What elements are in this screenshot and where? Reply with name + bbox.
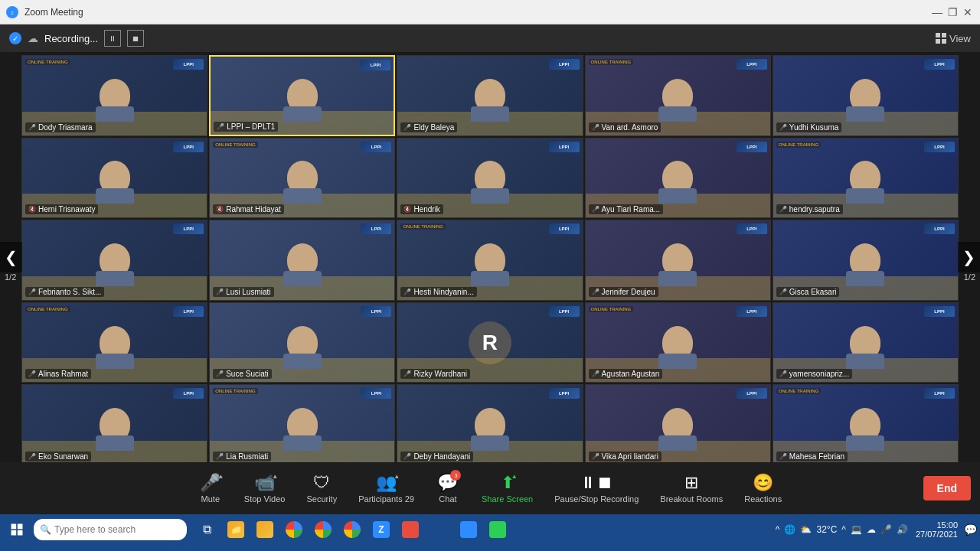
start-button[interactable] xyxy=(3,516,31,543)
lppi-logo: LPPI xyxy=(173,142,204,152)
video-cell[interactable]: LPPI🎤Eko Sunarwan xyxy=(21,384,207,465)
search-input[interactable] xyxy=(54,524,181,535)
share-screen-button[interactable]: ⬆▲ Share Screen xyxy=(471,468,544,508)
participant-name: 🎤Eko Sunarwan xyxy=(25,452,91,461)
view-button[interactable]: View xyxy=(936,33,971,44)
chat-icon: 💬 3 xyxy=(437,473,458,493)
video-cell[interactable]: LPPI🎤Gisca Ekasari xyxy=(773,220,959,301)
file-explorer-icon[interactable]: 📁 xyxy=(222,516,250,543)
reactions-button[interactable]: 😊 Reactions xyxy=(733,468,792,508)
mic2-icon[interactable]: 🎤 xyxy=(879,523,893,536)
video-cell[interactable]: LPPI🎤Jennifer Deujeu xyxy=(585,220,771,301)
share-screen-label: Share Screen xyxy=(482,494,533,504)
app7-icon[interactable] xyxy=(397,516,424,543)
speaker-icon[interactable]: 🔊 xyxy=(895,523,910,536)
video-cell[interactable]: LPPIONLINE TRAINING🎤Agustan Agustan xyxy=(585,302,771,383)
video-cell[interactable]: LPPIONLINE TRAINING🎤Hesti Nindyanin... xyxy=(397,220,583,301)
video-cell[interactable]: LPPI🎤LPPI – DPLT1 xyxy=(209,55,395,136)
participant-name: 🎤Van ard. Asmoro xyxy=(589,122,662,132)
lppi-logo: LPPI xyxy=(737,306,767,317)
video-cell[interactable]: LPPIONLINE TRAINING🎤Mahesa Febrian xyxy=(773,384,959,465)
video-cell[interactable]: LPPIONLINE TRAINING🎤Lia Rusmiati xyxy=(209,384,395,465)
cloud2-icon[interactable]: ☁ xyxy=(865,523,877,536)
recording-text: Recording... xyxy=(44,33,98,44)
notification-icon[interactable]: 💬 xyxy=(964,523,977,536)
zoom-taskbar-icon[interactable]: Z xyxy=(368,516,395,543)
prev-page-button[interactable]: ❮ xyxy=(0,242,22,272)
video-cell[interactable]: LPPI🎤Lusi Lusmiati xyxy=(209,220,395,301)
next-page-button[interactable]: ❯ xyxy=(958,242,980,272)
app8-icon[interactable] xyxy=(426,516,453,543)
video-cell[interactable]: LPPI🎤yamensoniapriz... xyxy=(773,302,959,383)
tray-expand-icon[interactable]: ^ xyxy=(774,523,782,536)
mute-button[interactable]: 🎤▲ Mute xyxy=(188,468,234,508)
video-cell[interactable]: LPPI🎤Eldy Baleya xyxy=(397,55,583,136)
participant-name: 🎤LPPI – DPLT1 xyxy=(214,122,278,132)
participant-name: 🎤Yudhi Kusuma xyxy=(776,122,842,132)
video-cell[interactable]: LPPI🎤Deby Handayani xyxy=(397,384,583,465)
online-badge: ONLINE TRAINING xyxy=(589,59,634,65)
close-button[interactable]: ✕ xyxy=(962,6,974,18)
network-icon[interactable]: 🌐 xyxy=(782,523,797,536)
time-display: 15:00 xyxy=(916,520,958,530)
lppi-logo: LPPI xyxy=(737,223,767,234)
online-badge: ONLINE TRAINING xyxy=(400,223,446,230)
recording-pause-button[interactable]: ⏸ xyxy=(104,30,121,47)
breakout-rooms-button[interactable]: ⊞ Breakout Rooms xyxy=(649,468,733,508)
chrome3-icon[interactable] xyxy=(338,516,366,543)
video-cell[interactable]: LPPIONLINE TRAINING🎤hendry.saputra xyxy=(773,138,959,219)
app9-icon[interactable] xyxy=(455,516,482,543)
app10-icon[interactable] xyxy=(484,516,511,543)
breakout-rooms-label: Breakout Rooms xyxy=(660,494,723,504)
video-cell[interactable]: LPPI🎤Febrianto S. Sikt... xyxy=(21,220,207,301)
svg-text:Z: Z xyxy=(11,10,14,15)
video-cell[interactable]: LPPIONLINE TRAINING🔇Rahmat Hidayat xyxy=(209,138,395,219)
lppi-logo: LPPI xyxy=(173,223,204,234)
end-button[interactable]: End xyxy=(923,476,971,500)
date-display: 27/07/2021 xyxy=(916,530,958,539)
video-cell[interactable]: LPPIONLINE TRAINING🎤Alinas Rahmat xyxy=(21,302,207,383)
minimize-button[interactable]: — xyxy=(931,6,943,18)
chat-button[interactable]: 💬 3 Chat xyxy=(425,468,471,508)
stop-video-button[interactable]: 📹▲ Stop Video xyxy=(234,468,296,508)
clock-display[interactable]: 15:00 27/07/2021 xyxy=(913,520,961,539)
chrome-icon[interactable] xyxy=(280,516,308,543)
page-indicator-left: 1/2 xyxy=(5,272,16,282)
lppi-logo: LPPI xyxy=(360,60,390,70)
online-badge: ONLINE TRAINING xyxy=(25,59,70,65)
participants-button[interactable]: 👥▲ Participants 29 xyxy=(348,468,425,508)
lppi-logo: LPPI xyxy=(173,306,204,317)
pause-recording-button[interactable]: ⏸⏹ Pause/Stop Recording xyxy=(544,468,649,508)
participant-name: 🎤hendry.saputra xyxy=(776,204,843,214)
video-cell[interactable]: LPPIONLINE TRAINING🎤Van ard. Asmoro xyxy=(585,55,771,136)
taskbar: 🔍 ⧉ 📁 Z ^ 🌐 ⛅ 32°C ^ 💻 ☁ 🎤 🔊 15:00 27/07… xyxy=(0,514,980,545)
video-cell[interactable]: LPPI🎤Ayu Tiari Rama... xyxy=(585,138,771,219)
recording-stop-button[interactable]: ⏹ xyxy=(127,30,144,47)
chrome2-icon[interactable] xyxy=(309,516,337,543)
participant-name: 🎤Ayu Tiari Rama... xyxy=(589,204,664,214)
video-cell[interactable]: LPPIONLINE TRAINING🎤Dody Triasmara xyxy=(21,55,207,136)
participant-name: 🔇Herni Trisnawaty xyxy=(25,204,98,214)
lppi-logo: LPPI xyxy=(924,142,955,152)
taskbar-search[interactable]: 🔍 xyxy=(34,519,187,540)
participant-name: 🎤Vika Apri liandari xyxy=(589,452,662,461)
participant-name: 🎤Mahesa Febrian xyxy=(776,452,848,461)
lppi-logo: LPPI xyxy=(924,306,955,317)
recording-status-icon xyxy=(9,32,21,44)
video-cell[interactable]: LPPI🎤Suce Suciati xyxy=(209,302,395,383)
restore-button[interactable]: ❐ xyxy=(946,6,959,18)
video-cell[interactable]: LPPI🔇Hendrik xyxy=(397,138,583,219)
video-cell[interactable]: LPPI🎤Vika Apri liandari xyxy=(585,384,771,465)
hidden-icons[interactable]: ^ xyxy=(840,523,848,536)
security-label: Security xyxy=(306,494,337,504)
participant-name: 🔇Rahmat Hidayat xyxy=(213,204,284,214)
lppi-logo: LPPI xyxy=(737,59,767,70)
taskview-button[interactable]: ⧉ xyxy=(193,516,220,543)
folder-icon[interactable] xyxy=(251,516,279,543)
video-cell[interactable]: LPPI🔇Herni Trisnawaty xyxy=(21,138,207,219)
participant-name: 🎤Agustan Agustan xyxy=(589,369,663,379)
video-cell[interactable]: RLPPI🎤Rizky Wardhani xyxy=(397,302,583,383)
video-cell[interactable]: LPPI🎤Yudhi Kusuma xyxy=(773,55,959,136)
security-button[interactable]: 🛡 Security xyxy=(296,468,348,508)
tablet-icon[interactable]: 💻 xyxy=(849,523,864,536)
